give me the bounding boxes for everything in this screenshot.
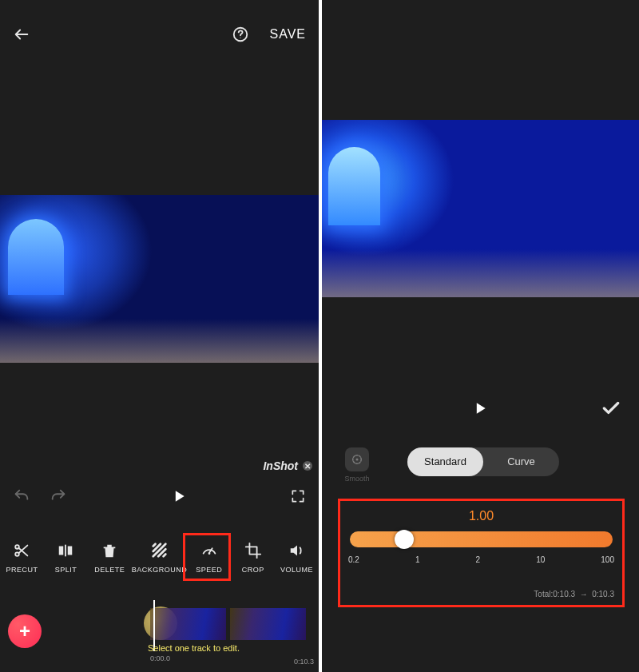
undo-icon[interactable] (13, 487, 30, 505)
clip-thumbnail[interactable] (230, 608, 306, 640)
tab-standard[interactable]: Standard (407, 447, 483, 476)
total-prefix: Total: (534, 590, 553, 598)
highlight-box (183, 533, 231, 581)
close-icon[interactable]: ✕ (303, 461, 312, 471)
speed-screen: Smooth Standard Curve 1.00 0.2 1 2 10 10… (322, 0, 639, 672)
tool-label: BACKGROUND (132, 566, 188, 574)
tick-label: 10 (536, 555, 545, 564)
tool-delete[interactable]: DELETE (88, 542, 132, 574)
play-icon[interactable] (171, 488, 187, 504)
tool-label: CROP (242, 566, 264, 574)
tool-volume[interactable]: VOLUME (275, 542, 319, 574)
svg-point-1 (240, 37, 240, 38)
total-from: 0:10.3 (553, 590, 575, 598)
speed-mode-tabs: Standard Curve (407, 447, 559, 476)
svg-point-9 (356, 459, 359, 461)
tool-crop[interactable]: CROP (231, 542, 275, 574)
svg-rect-6 (65, 545, 66, 557)
watermark[interactable]: InShot ✕ (263, 459, 312, 472)
arrow-icon: → (580, 590, 588, 598)
tick-label: 2 (476, 555, 481, 564)
video-preview[interactable] (322, 120, 639, 297)
tick-label: 100 (601, 555, 614, 564)
timeline[interactable]: Select one track to edit. 0:00.0 0:10.3 (48, 600, 319, 664)
timeline-hint: Select one track to edit. (148, 643, 240, 653)
highlight-box: 1.00 0.2 1 2 10 100 Total:0:10.3 → 0:10.… (338, 499, 625, 607)
play-icon[interactable] (472, 400, 488, 416)
tool-split[interactable]: SPLIT (44, 542, 88, 574)
video-preview[interactable] (0, 195, 319, 363)
slider-ticks: 0.2 1 2 10 100 (348, 555, 614, 564)
clip-thumbnail[interactable] (150, 608, 226, 640)
plus-icon: + (19, 620, 30, 642)
svg-rect-4 (59, 547, 64, 555)
tick-label: 0.2 (348, 555, 359, 564)
fullscreen-icon[interactable] (290, 488, 306, 504)
speed-value: 1.00 (347, 509, 616, 523)
top-bar: SAVE (0, 0, 319, 48)
tool-bar: PRECUT SPLIT DELETE BACKGROUND SPEED CRO… (0, 534, 319, 574)
smooth-icon (345, 447, 369, 471)
player-controls (322, 398, 639, 419)
smooth-label: Smooth (344, 475, 369, 483)
tool-label: PRECUT (6, 566, 38, 574)
player-controls (0, 487, 319, 505)
tool-label: DELETE (94, 566, 125, 574)
duration-summary: Total:0:10.3 → 0:10.3 (534, 590, 614, 598)
tool-label: SPLIT (55, 566, 77, 574)
editor-screen: SAVE InShot ✕ (0, 0, 319, 672)
tick-label: 1 (415, 555, 420, 564)
help-icon[interactable] (232, 26, 249, 43)
back-icon[interactable] (13, 26, 30, 43)
speed-slider[interactable] (350, 531, 613, 547)
tool-label: VOLUME (280, 566, 313, 574)
save-button[interactable]: SAVE (270, 27, 307, 42)
tool-background[interactable]: BACKGROUND (132, 542, 188, 574)
smooth-toggle[interactable]: Smooth (339, 447, 375, 483)
confirm-icon[interactable] (601, 398, 621, 419)
watermark-label: InShot (263, 459, 298, 472)
redo-icon[interactable] (50, 487, 67, 505)
time-end: 0:10.3 (294, 658, 314, 666)
time-start: 0:00.0 (150, 654, 170, 662)
tab-curve[interactable]: Curve (483, 447, 559, 476)
total-to: 0:10.3 (592, 590, 614, 598)
add-button[interactable]: + (8, 614, 42, 648)
tool-precut[interactable]: PRECUT (0, 542, 44, 574)
svg-rect-5 (68, 547, 73, 555)
